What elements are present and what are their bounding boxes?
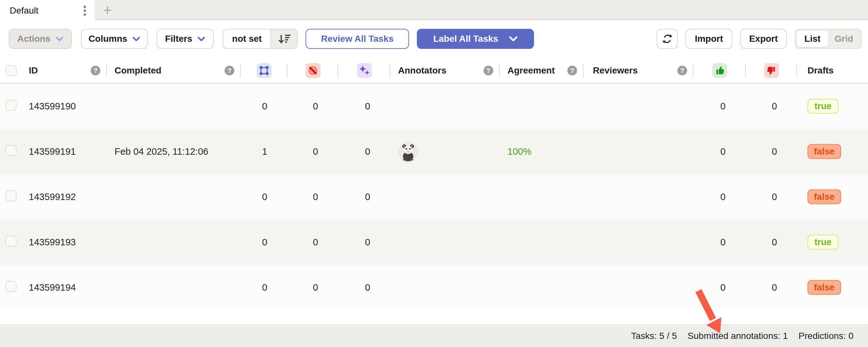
chevron-down-icon	[56, 37, 63, 41]
header-completed[interactable]: Completed ?	[107, 58, 241, 84]
draft-badge: true	[807, 99, 839, 114]
predictions-count: 0	[338, 192, 390, 202]
view-toggle: List Grid	[795, 29, 862, 49]
tasks-count: Tasks: 5 / 5	[631, 331, 677, 341]
add-tab-button[interactable]: +	[97, 0, 118, 20]
opossum-avatar	[398, 141, 418, 161]
header-reviewers[interactable]: Reviewers ?	[584, 58, 693, 84]
draft-badge: true	[807, 235, 839, 250]
rejected-annotations-icon	[764, 63, 779, 78]
sort-descending-icon	[277, 32, 291, 45]
task-id: 143599191	[20, 146, 107, 157]
accepted-annotations-icon	[712, 63, 727, 78]
tab-bar: Default +	[0, 0, 868, 20]
header-predictions[interactable]	[338, 58, 390, 84]
help-icon[interactable]: ?	[91, 66, 100, 75]
kebab-menu-icon[interactable]	[83, 4, 86, 17]
annotations-count: 1	[241, 146, 287, 157]
tab-default[interactable]: Default	[0, 0, 95, 21]
refresh-button[interactable]	[657, 29, 678, 49]
filters-label: Filters	[165, 34, 192, 44]
header-cancelled-annotations[interactable]	[287, 58, 338, 84]
label-all-tasks-button[interactable]: Label All Tasks	[417, 29, 534, 49]
task-agreement: 100%	[500, 146, 584, 157]
annotations-count: 0	[241, 192, 287, 202]
list-view-button[interactable]: List	[797, 31, 828, 47]
task-row[interactable]: 14359919300000true	[0, 219, 868, 265]
status-bar: Tasks: 5 / 5 Submitted annotations: 1 Pr…	[0, 324, 868, 347]
task-draft: false	[797, 189, 868, 204]
task-row[interactable]: 14359919000000true	[0, 84, 868, 129]
import-label: Import	[695, 34, 723, 44]
header-id[interactable]: ID ?	[20, 58, 107, 84]
actions-button[interactable]: Actions	[9, 29, 72, 49]
predictions-count: 0	[338, 101, 390, 112]
rejected-count: 0	[746, 192, 797, 202]
select-all-checkbox[interactable]	[5, 65, 17, 76]
task-completed: Feb 04 2025, 11:12:06	[107, 146, 241, 157]
help-icon[interactable]: ?	[484, 66, 493, 75]
chevron-down-icon	[132, 37, 140, 41]
header-agreement[interactable]: Agreement ?	[500, 58, 584, 84]
select-all-cell	[0, 58, 20, 84]
chevron-down-icon[interactable]	[509, 36, 518, 41]
annotations-icon	[257, 63, 272, 78]
task-draft: true	[797, 99, 868, 114]
filters-button[interactable]: Filters	[157, 29, 214, 49]
row-checkbox[interactable]	[5, 100, 17, 111]
rejected-count: 0	[746, 146, 797, 157]
annotations-count: 0	[241, 237, 287, 248]
task-row[interactable]: 14359919200000false	[0, 174, 868, 219]
sort-direction-button[interactable]	[271, 29, 297, 48]
task-draft: false	[797, 280, 868, 295]
header-annotations[interactable]	[241, 58, 287, 84]
draft-badge: false	[807, 280, 841, 295]
annotator-avatar	[398, 141, 418, 161]
actions-label: Actions	[17, 34, 51, 44]
tasks-table: ID ? Completed ?	[0, 58, 868, 310]
accepted-count: 0	[693, 282, 746, 293]
table-body: 14359919000000true143599191Feb 04 2025, …	[0, 84, 868, 310]
accepted-count: 0	[693, 101, 746, 112]
task-id: 143599193	[20, 237, 107, 248]
table-header: ID ? Completed ?	[0, 58, 868, 84]
task-row[interactable]: 143599191Feb 04 2025, 11:12:06100100%00f…	[0, 129, 868, 174]
rejected-count: 0	[746, 101, 797, 112]
export-button[interactable]: Export	[740, 29, 787, 49]
accepted-count: 0	[693, 192, 746, 202]
row-select-cell	[0, 281, 20, 294]
columns-label: Columns	[89, 34, 127, 44]
grid-view-button[interactable]: Grid	[828, 31, 860, 47]
cancelled-count: 0	[287, 146, 338, 157]
row-checkbox[interactable]	[5, 281, 17, 292]
review-all-tasks-button[interactable]: Review All Tasks	[306, 29, 409, 49]
row-select-cell	[0, 235, 20, 249]
header-accepted[interactable]	[693, 58, 746, 84]
chevron-down-icon	[197, 37, 205, 41]
accepted-count: 0	[693, 237, 746, 248]
header-annotators[interactable]: Annotators ?	[390, 58, 500, 84]
help-icon[interactable]: ?	[225, 66, 234, 75]
label-all-label: Label All Tasks	[433, 34, 498, 44]
task-id: 143599190	[20, 101, 107, 112]
toolbar: Actions Columns Filters not set	[0, 21, 868, 58]
columns-button[interactable]: Columns	[81, 29, 148, 49]
refresh-icon	[661, 33, 673, 45]
row-checkbox[interactable]	[5, 190, 17, 201]
help-icon[interactable]: ?	[677, 66, 687, 75]
predictions-count: 0	[338, 146, 390, 157]
cancelled-count: 0	[287, 237, 338, 248]
header-drafts[interactable]: Drafts	[797, 58, 868, 84]
row-checkbox[interactable]	[5, 145, 17, 156]
import-button[interactable]: Import	[685, 29, 733, 49]
task-annotators	[390, 141, 500, 161]
annotations-count: 0	[241, 282, 287, 293]
cancelled-count: 0	[287, 282, 338, 293]
rejected-count: 0	[746, 282, 797, 293]
help-icon[interactable]: ?	[567, 66, 577, 75]
cancelled-annotations-icon	[306, 63, 320, 78]
task-row[interactable]: 14359919400000false	[0, 265, 868, 310]
ordering-control[interactable]: not set	[223, 29, 298, 49]
header-rejected[interactable]	[746, 58, 797, 84]
row-checkbox[interactable]	[5, 235, 17, 247]
